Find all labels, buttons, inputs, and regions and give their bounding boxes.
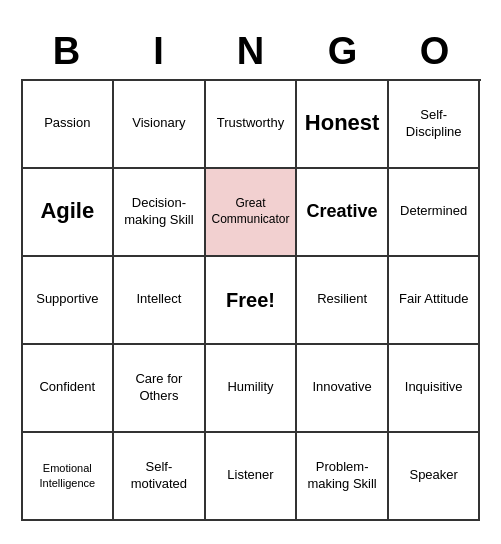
bingo-cell: Agile — [23, 169, 115, 257]
bingo-cell: Care for Others — [114, 345, 206, 433]
bingo-cell: Emotional Intelligence — [23, 433, 115, 521]
bingo-letter: G — [297, 24, 389, 79]
bingo-letter: N — [205, 24, 297, 79]
bingo-cell: Humility — [206, 345, 298, 433]
bingo-cell: Passion — [23, 81, 115, 169]
bingo-cell: Self-Discipline — [389, 81, 481, 169]
bingo-header: BINGO — [21, 24, 481, 79]
bingo-cell: Trustworthy — [206, 81, 298, 169]
bingo-letter: I — [113, 24, 205, 79]
bingo-cell: Inquisitive — [389, 345, 481, 433]
bingo-card: BINGO PassionVisionaryTrustworthyHonestS… — [11, 14, 491, 531]
bingo-cell: Free! — [206, 257, 298, 345]
bingo-letter: O — [389, 24, 481, 79]
bingo-cell: Listener — [206, 433, 298, 521]
bingo-cell: Visionary — [114, 81, 206, 169]
bingo-letter: B — [21, 24, 113, 79]
bingo-cell: Problem-making Skill — [297, 433, 389, 521]
bingo-cell: Supportive — [23, 257, 115, 345]
bingo-cell: Honest — [297, 81, 389, 169]
bingo-cell: Great Communicator — [206, 169, 298, 257]
bingo-grid: PassionVisionaryTrustworthyHonestSelf-Di… — [21, 79, 481, 521]
bingo-cell: Fair Attitude — [389, 257, 481, 345]
bingo-cell: Speaker — [389, 433, 481, 521]
bingo-cell: Self-motivated — [114, 433, 206, 521]
bingo-cell: Confident — [23, 345, 115, 433]
bingo-cell: Intellect — [114, 257, 206, 345]
bingo-cell: Innovative — [297, 345, 389, 433]
bingo-cell: Determined — [389, 169, 481, 257]
bingo-cell: Resilient — [297, 257, 389, 345]
bingo-cell: Decision-making Skill — [114, 169, 206, 257]
bingo-cell: Creative — [297, 169, 389, 257]
